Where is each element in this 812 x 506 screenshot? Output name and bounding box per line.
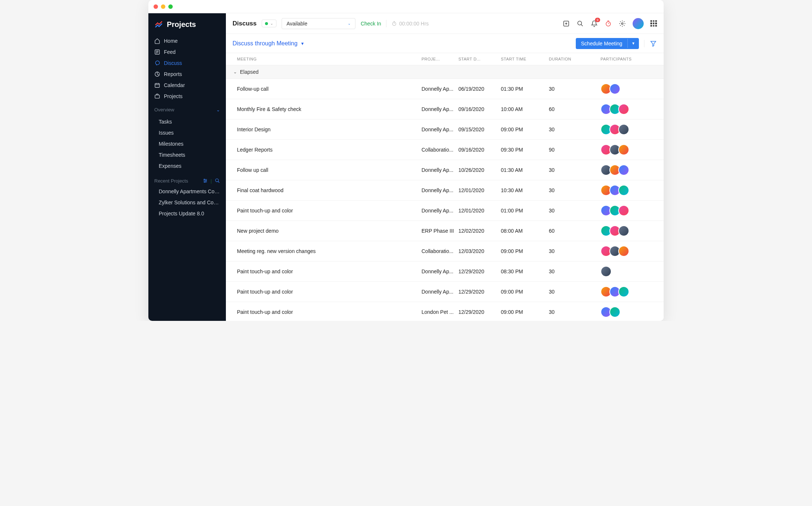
participant-avatar[interactable] <box>609 83 620 94</box>
overview-section-header[interactable]: Overview ⌄ <box>148 103 226 115</box>
add-icon[interactable] <box>562 20 570 27</box>
cell-meeting: Monthly Fire & Safety check <box>237 106 422 112</box>
table-row[interactable]: Monthly Fire & Safety checkDonnelly Ap..… <box>226 99 664 119</box>
checkin-link[interactable]: Check In <box>361 21 381 27</box>
table-row[interactable]: Follow-up callDonnelly Ap...06/19/202001… <box>226 79 664 99</box>
chevron-down-icon[interactable]: ▼ <box>627 39 639 48</box>
table-row[interactable]: Ledger ReportsCollaboratio...09/16/20200… <box>226 140 664 160</box>
cell-participants <box>601 144 657 155</box>
main-content: Discuss ⌄ Available ⌄ Check In 00:00:00 … <box>226 13 664 321</box>
table-row[interactable]: New project demoERP Phase III12/02/20200… <box>226 221 664 241</box>
table-row[interactable]: Paint touch-up and colorDonnelly Ap...12… <box>226 201 664 221</box>
table-row[interactable]: Interior DesignDonnelly Ap...09/15/20200… <box>226 119 664 140</box>
participant-avatar[interactable] <box>618 144 629 155</box>
recent-project-item[interactable]: Donnelly Apartments Const <box>148 186 226 197</box>
maximize-window-dot[interactable] <box>168 4 173 9</box>
participant-avatar[interactable] <box>618 104 629 115</box>
cell-date: 09/16/2020 <box>458 147 501 153</box>
stopwatch-icon <box>392 21 397 26</box>
cell-participants <box>601 185 657 196</box>
cell-date: 12/01/2020 <box>458 208 501 214</box>
participant-avatar[interactable] <box>601 266 612 277</box>
participant-avatar[interactable] <box>618 246 629 257</box>
cell-date: 12/03/2020 <box>458 248 501 254</box>
participant-avatar[interactable] <box>618 164 629 176</box>
search-icon[interactable] <box>577 20 584 27</box>
sidebar-item-discuss[interactable]: Discuss <box>148 58 226 69</box>
recent-projects-header: Recent Projects | <box>148 173 226 186</box>
overview-label: Overview <box>154 107 174 112</box>
cell-participants <box>601 83 657 94</box>
timer-icon[interactable] <box>605 20 612 27</box>
status-selector[interactable]: ⌄ <box>262 20 276 27</box>
sidebar-item-projects[interactable]: Projects <box>148 91 226 102</box>
cell-time: 09:00 PM <box>501 126 549 132</box>
sidebar-item-expenses[interactable]: Expenses <box>148 160 226 171</box>
availability-select[interactable]: Available ⌄ <box>282 18 355 29</box>
cell-project: Donnelly Ap... <box>422 167 458 173</box>
cell-time: 10:30 AM <box>501 187 549 193</box>
col-duration[interactable]: DURATION <box>549 57 601 61</box>
user-avatar[interactable] <box>633 18 644 29</box>
cell-duration: 30 <box>549 289 601 295</box>
sidebar-item-feed[interactable]: Feed <box>148 46 226 58</box>
sidebar-item-reports[interactable]: Reports <box>148 69 226 80</box>
filter-icon[interactable] <box>650 40 657 47</box>
participant-avatar[interactable] <box>618 286 629 297</box>
sidebar: Projects HomeFeedDiscussReportsCalendarP… <box>148 13 226 321</box>
sidebar-item-tasks[interactable]: Tasks <box>148 116 226 127</box>
cell-meeting: Paint touch-up and color <box>237 208 422 214</box>
col-start-date[interactable]: START D... <box>458 57 501 61</box>
caret-down-icon: ▼ <box>300 41 304 46</box>
cell-participants <box>601 246 657 257</box>
sidebar-item-timesheets[interactable]: Timesheets <box>148 149 226 160</box>
view-selector[interactable]: Discuss through Meeting ▼ <box>233 40 304 47</box>
col-meeting[interactable]: MEETING <box>237 57 422 61</box>
participant-avatar[interactable] <box>618 205 629 216</box>
col-project[interactable]: PROJE... <box>422 57 458 61</box>
svg-rect-5 <box>155 83 159 87</box>
table-row[interactable]: Follow up callDonnelly Ap...10/26/202001… <box>226 160 664 180</box>
sidebar-item-label: Issues <box>159 130 173 136</box>
gear-icon[interactable] <box>619 20 626 27</box>
meetings-table: MEETING PROJE... START D... START TIME D… <box>226 53 664 321</box>
bell-icon[interactable]: 9 <box>591 20 598 27</box>
divider <box>644 40 644 47</box>
divider <box>386 20 386 27</box>
cell-time: 09:00 PM <box>501 248 549 254</box>
cell-duration: 30 <box>549 167 601 173</box>
sidebar-item-issues[interactable]: Issues <box>148 127 226 138</box>
sidebar-item-milestones[interactable]: Milestones <box>148 138 226 149</box>
cell-project: Donnelly Ap... <box>422 268 458 274</box>
table-row[interactable]: Meeting reg. new version changesCollabor… <box>226 241 664 261</box>
minimize-window-dot[interactable] <box>161 4 165 9</box>
participant-avatar[interactable] <box>618 124 629 135</box>
cell-meeting: Final coat hardwood <box>237 187 422 193</box>
sidebar-item-home[interactable]: Home <box>148 35 226 46</box>
cell-duration: 30 <box>549 248 601 254</box>
cell-date: 10/26/2020 <box>458 167 501 173</box>
col-participants[interactable]: PARTICIPANTS <box>601 57 657 61</box>
cell-project: Donnelly Ap... <box>422 106 458 112</box>
participant-avatar[interactable] <box>609 306 620 318</box>
table-row[interactable]: Paint touch-up and colorDonnelly Ap...12… <box>226 261 664 282</box>
close-window-dot[interactable] <box>154 4 158 9</box>
sidebar-item-calendar[interactable]: Calendar <box>148 80 226 91</box>
table-row[interactable]: Paint touch-up and colorLondon Pet ...12… <box>226 302 664 321</box>
notification-badge: 9 <box>595 18 600 22</box>
cell-meeting: Follow-up call <box>237 86 422 92</box>
cell-time: 01:30 AM <box>501 167 549 173</box>
apps-grid-icon[interactable] <box>650 20 657 27</box>
search-icon[interactable] <box>215 178 220 184</box>
cell-participants <box>601 266 657 277</box>
group-elapsed[interactable]: ⌄ Elapsed <box>226 65 664 79</box>
table-row[interactable]: Final coat hardwoodDonnelly Ap...12/01/2… <box>226 180 664 201</box>
recent-project-item[interactable]: Projects Update 8.0 <box>148 208 226 219</box>
participant-avatar[interactable] <box>618 185 629 196</box>
sliders-icon[interactable] <box>203 178 208 184</box>
table-row[interactable]: Paint touch-up and colorDonnelly Ap...12… <box>226 282 664 302</box>
recent-project-item[interactable]: Zylker Solutions and Constr <box>148 197 226 208</box>
participant-avatar[interactable] <box>618 225 629 236</box>
schedule-meeting-button[interactable]: Schedule Meeting ▼ <box>576 38 639 49</box>
col-start-time[interactable]: START TIME <box>501 57 549 61</box>
